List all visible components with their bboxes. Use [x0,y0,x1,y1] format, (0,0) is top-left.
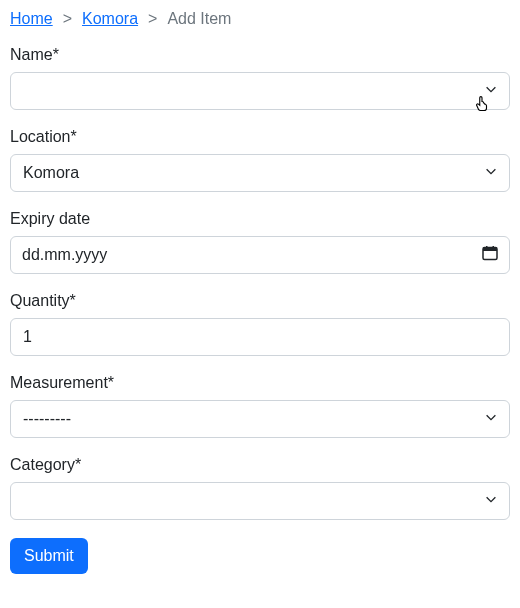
name-select[interactable] [10,72,510,110]
category-select[interactable] [10,482,510,520]
breadcrumb-home-link[interactable]: Home [10,10,53,28]
breadcrumb-separator: > [63,10,72,28]
breadcrumb: Home > Komora > Add Item [10,10,510,28]
breadcrumb-komora-link[interactable]: Komora [82,10,138,28]
breadcrumb-separator: > [148,10,157,28]
location-label: Location* [10,128,510,146]
location-select[interactable]: Komora [10,154,510,192]
submit-button[interactable]: Submit [10,538,88,574]
expiry-label: Expiry date [10,210,510,228]
category-label: Category* [10,456,510,474]
expiry-date-input[interactable] [10,236,510,274]
name-label: Name* [10,46,510,64]
breadcrumb-current: Add Item [167,10,231,28]
measurement-select[interactable]: --------- [10,400,510,438]
quantity-label: Quantity* [10,292,510,310]
measurement-label: Measurement* [10,374,510,392]
quantity-input[interactable] [10,318,510,356]
